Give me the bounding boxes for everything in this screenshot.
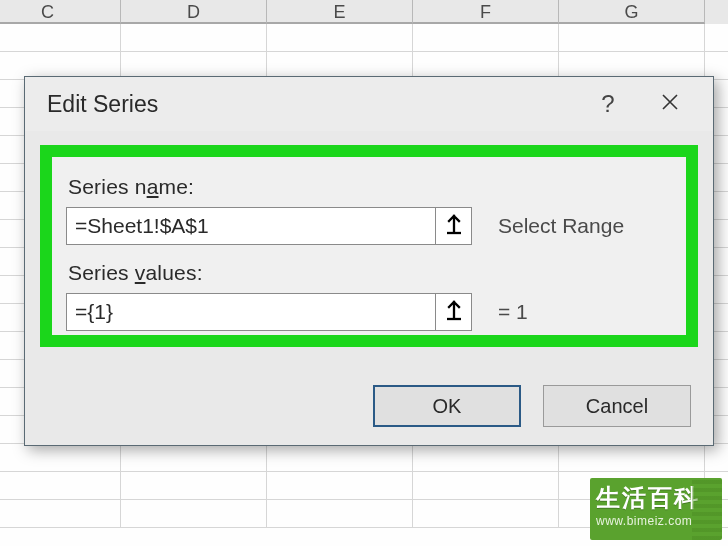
edit-series-dialog: Edit Series ? Series name: Select Range bbox=[24, 76, 714, 446]
col-header-d[interactable]: D bbox=[121, 0, 267, 24]
spreadsheet-row[interactable] bbox=[0, 24, 728, 52]
series-name-input[interactable] bbox=[67, 208, 435, 244]
series-values-hint: = 1 bbox=[498, 300, 528, 324]
dialog-button-row: OK Cancel bbox=[373, 385, 691, 427]
cell[interactable] bbox=[413, 500, 559, 527]
cell[interactable] bbox=[267, 472, 413, 499]
cell[interactable] bbox=[121, 444, 267, 471]
help-button[interactable]: ? bbox=[577, 81, 639, 127]
series-name-hint: Select Range bbox=[498, 214, 624, 238]
cell[interactable] bbox=[267, 444, 413, 471]
cell[interactable] bbox=[559, 24, 705, 51]
cell[interactable] bbox=[267, 52, 413, 79]
series-values-input[interactable] bbox=[67, 294, 435, 330]
col-header-e[interactable]: E bbox=[267, 0, 413, 24]
close-icon bbox=[661, 91, 679, 117]
cancel-button[interactable]: Cancel bbox=[543, 385, 691, 427]
cell[interactable] bbox=[559, 52, 705, 79]
series-values-label: Series values: bbox=[68, 261, 668, 285]
watermark: 生活百科 www.bimeiz.com bbox=[590, 478, 722, 540]
series-values-range-button[interactable] bbox=[435, 294, 471, 330]
col-header-g[interactable]: G bbox=[559, 0, 705, 24]
cell[interactable] bbox=[121, 500, 267, 527]
cell[interactable] bbox=[0, 500, 121, 527]
dialog-title: Edit Series bbox=[47, 91, 577, 118]
series-name-row: Select Range bbox=[66, 207, 668, 245]
cell[interactable] bbox=[0, 444, 121, 471]
series-values-input-wrap bbox=[66, 293, 472, 331]
close-button[interactable] bbox=[639, 81, 701, 127]
cell[interactable] bbox=[0, 24, 121, 51]
cell[interactable] bbox=[267, 24, 413, 51]
column-headers: C D E F G bbox=[0, 0, 728, 24]
cell[interactable] bbox=[121, 24, 267, 51]
cell[interactable] bbox=[413, 444, 559, 471]
spreadsheet-row[interactable] bbox=[0, 444, 728, 472]
cell[interactable] bbox=[267, 500, 413, 527]
cell[interactable] bbox=[413, 52, 559, 79]
cell[interactable] bbox=[121, 472, 267, 499]
series-name-label: Series name: bbox=[68, 175, 668, 199]
cell[interactable] bbox=[413, 24, 559, 51]
collapse-dialog-icon bbox=[445, 299, 463, 325]
cell[interactable] bbox=[0, 472, 121, 499]
dialog-titlebar[interactable]: Edit Series ? bbox=[25, 77, 713, 131]
cell[interactable] bbox=[559, 444, 705, 471]
cell[interactable] bbox=[413, 472, 559, 499]
highlight-box: Series name: Select Range Series values: bbox=[40, 145, 698, 347]
series-name-range-button[interactable] bbox=[435, 208, 471, 244]
series-values-row: = 1 bbox=[66, 293, 668, 331]
series-name-input-wrap bbox=[66, 207, 472, 245]
ok-button[interactable]: OK bbox=[373, 385, 521, 427]
col-header-c[interactable]: C bbox=[0, 0, 121, 24]
collapse-dialog-icon bbox=[445, 213, 463, 239]
col-header-f[interactable]: F bbox=[413, 0, 559, 24]
watermark-decoration bbox=[692, 478, 722, 540]
cell[interactable] bbox=[121, 52, 267, 79]
cell[interactable] bbox=[0, 52, 121, 79]
